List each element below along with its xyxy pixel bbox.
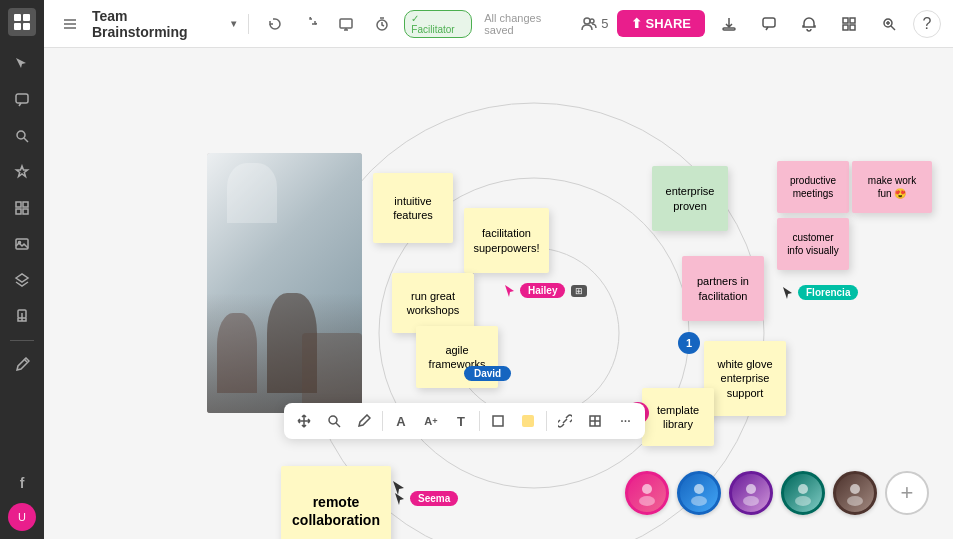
tool-more[interactable]: ··· <box>611 407 639 435</box>
sticky-enterprise-proven[interactable]: enterprise proven <box>652 166 728 231</box>
badge-1: 1 <box>678 332 700 354</box>
canvas[interactable]: intuitive features facilitation superpow… <box>44 48 953 539</box>
tool-text-t[interactable]: T <box>447 407 475 435</box>
cursor-florencia: Florencia <box>782 285 858 300</box>
sidebar-item-star[interactable] <box>6 156 38 188</box>
svg-line-39 <box>336 423 340 427</box>
sidebar-facebook[interactable]: f <box>6 467 38 499</box>
comment-button[interactable] <box>753 8 785 40</box>
apps-button[interactable] <box>833 8 865 40</box>
cursor-seema: Seema <box>394 491 458 506</box>
participant-avatar-4[interactable] <box>781 471 825 515</box>
svg-rect-4 <box>16 94 28 103</box>
svg-point-53 <box>850 484 860 494</box>
color-palette-icon <box>521 414 535 428</box>
board-title[interactable]: Team Brainstorming ▾ <box>92 8 236 40</box>
sidebar-bottom: f U <box>6 467 38 531</box>
svg-rect-9 <box>16 209 21 214</box>
toolbar-sep-3 <box>546 411 547 431</box>
svg-rect-40 <box>493 416 503 426</box>
svg-point-47 <box>694 484 704 494</box>
participant-4-face-icon <box>789 479 817 507</box>
sticky-white-glove[interactable]: white glove enterprise support <box>704 341 786 416</box>
participant-2-face-icon <box>685 479 713 507</box>
main-area: Team Brainstorming ▾ ✓ Facilitator All c… <box>44 0 953 539</box>
sticky-partners-facilitation[interactable]: partners in facilitation <box>682 256 764 321</box>
svg-point-50 <box>743 496 759 506</box>
timer-button[interactable] <box>368 10 396 38</box>
cursor-seema-label: Seema <box>410 491 458 506</box>
tool-pen[interactable] <box>350 407 378 435</box>
sidebar-item-pen[interactable] <box>6 349 38 381</box>
svg-rect-26 <box>763 18 775 27</box>
sidebar-item-grid[interactable] <box>6 192 38 224</box>
toolbar-sep-2 <box>479 411 480 431</box>
tool-link[interactable] <box>551 407 579 435</box>
participants-row: + <box>625 471 929 515</box>
svg-point-54 <box>847 496 863 506</box>
sidebar-user-avatar[interactable]: U <box>8 503 36 531</box>
cursor-david-label: David <box>464 366 511 381</box>
participant-number: 5 <box>601 16 608 31</box>
participants-count: 5 <box>581 16 608 32</box>
sidebar-item-plugin[interactable] <box>6 300 38 332</box>
topbar: Team Brainstorming ▾ ✓ Facilitator All c… <box>44 0 953 48</box>
svg-line-32 <box>891 26 895 30</box>
share-upload-icon: ⬆ <box>631 16 642 31</box>
svg-line-6 <box>24 138 28 142</box>
tool-shape[interactable] <box>484 407 512 435</box>
svg-point-5 <box>17 131 25 139</box>
tool-text-a-plus[interactable]: A+ <box>417 407 445 435</box>
sticky-productive-meetings[interactable]: productive meetings <box>777 161 849 213</box>
photo-frame <box>207 153 362 413</box>
sticky-intuitive-features[interactable]: intuitive features <box>373 173 453 243</box>
help-button[interactable]: ? <box>913 10 941 38</box>
sticky-run-workshops[interactable]: run great workshops <box>392 273 474 333</box>
sidebar-item-layers[interactable] <box>6 264 38 296</box>
tool-move[interactable] <box>290 407 318 435</box>
sidebar-item-search[interactable] <box>6 120 38 152</box>
app-logo[interactable] <box>8 8 36 36</box>
floating-toolbar: A A+ T ··· <box>284 403 645 439</box>
participant-avatar-3[interactable] <box>729 471 773 515</box>
participant-avatar-2[interactable] <box>677 471 721 515</box>
sticky-make-work-fun[interactable]: make work fun 😍 <box>852 161 932 213</box>
sticky-customer-info[interactable]: customer info visually <box>777 218 849 270</box>
sidebar-item-cursor[interactable] <box>6 48 38 80</box>
svg-rect-30 <box>850 25 855 30</box>
svg-rect-25 <box>723 28 735 30</box>
svg-rect-0 <box>14 14 21 21</box>
board-title-text: Team Brainstorming <box>92 8 227 40</box>
save-status: All changes saved <box>484 12 573 36</box>
sidebar-item-image[interactable] <box>6 228 38 260</box>
svg-rect-10 <box>23 209 28 214</box>
sidebar-item-comment[interactable] <box>6 84 38 116</box>
svg-point-51 <box>798 484 808 494</box>
download-button[interactable] <box>713 8 745 40</box>
participant-avatar-5[interactable] <box>833 471 877 515</box>
tool-color[interactable] <box>514 407 542 435</box>
svg-rect-7 <box>16 202 21 207</box>
share-button[interactable]: ⬆ SHARE <box>617 10 706 37</box>
undo-button[interactable] <box>261 10 289 38</box>
tool-table[interactable] <box>581 407 609 435</box>
svg-rect-29 <box>843 25 848 30</box>
sticky-facilitation-superpowers[interactable]: facilitation superpowers! <box>464 208 549 273</box>
cursor-hailey-label: Hailey <box>520 283 565 298</box>
cursor-seema-arrow-icon <box>394 492 406 506</box>
sticky-remote-collaboration[interactable]: remote collaboration <box>281 466 391 539</box>
menu-button[interactable] <box>56 10 84 38</box>
participant-avatar-1[interactable] <box>625 471 669 515</box>
svg-rect-3 <box>23 23 30 30</box>
svg-point-48 <box>691 496 707 506</box>
title-chevron-icon: ▾ <box>231 18 236 29</box>
tool-search[interactable] <box>320 407 348 435</box>
redo-button[interactable] <box>297 10 325 38</box>
screen-button[interactable] <box>332 10 360 38</box>
participant-1-face-icon <box>633 479 661 507</box>
tool-text-a[interactable]: A <box>387 407 415 435</box>
zoom-button[interactable] <box>873 8 905 40</box>
sticky-template-library[interactable]: template library <box>642 388 714 446</box>
add-participant-button[interactable]: + <box>885 471 929 515</box>
notification-button[interactable] <box>793 8 825 40</box>
